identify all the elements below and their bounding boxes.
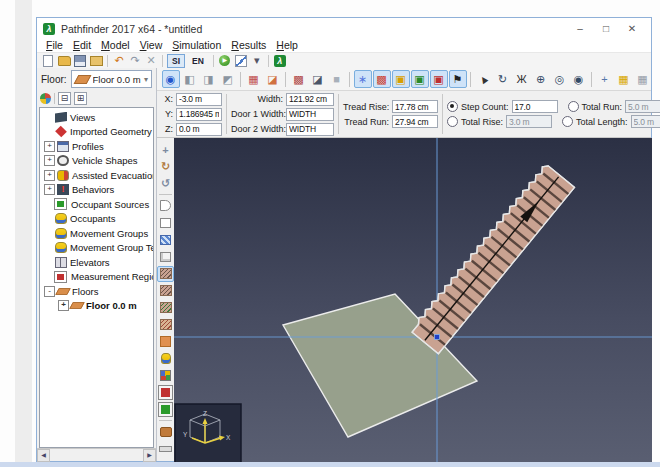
results-dropdown-icon[interactable]: ▾: [250, 54, 264, 67]
tread-rise-field[interactable]: [392, 100, 438, 113]
save-file-icon[interactable]: [73, 54, 87, 67]
expand-icon[interactable]: +: [44, 170, 55, 181]
grid-display-icon[interactable]: ▦: [634, 70, 652, 88]
show-flat-icon[interactable]: ■: [328, 70, 346, 88]
en-units-button[interactable]: EN: [187, 54, 209, 68]
solid-view-icon[interactable]: ◪: [264, 70, 282, 88]
ramp-tool-icon[interactable]: [157, 283, 174, 299]
minimize-button[interactable]: –: [567, 21, 593, 37]
sidebar-item-imported-geometry[interactable]: Imported Geometry: [40, 125, 153, 140]
delete-icon[interactable]: ✕: [144, 54, 158, 67]
total-run-field[interactable]: [625, 100, 660, 113]
horizontal-scrollbar[interactable]: ◀ ▶: [37, 448, 156, 461]
show-imported-geometry-icon[interactable]: ▩: [373, 70, 391, 88]
orientation-gizmo[interactable]: Z Y X: [175, 404, 241, 464]
menu-item-file[interactable]: File: [41, 39, 68, 52]
sidebar-item-assisted-evacuation-teams[interactable]: +Assisted Evacuation Teams: [40, 168, 153, 183]
menu-item-simulation[interactable]: Simulation: [167, 39, 226, 52]
ruler-tool-icon[interactable]: [157, 441, 174, 457]
origin-point[interactable]: [435, 335, 440, 340]
menu-item-help[interactable]: Help: [271, 39, 303, 52]
new-file-icon[interactable]: [41, 54, 55, 67]
step-count-field[interactable]: [512, 100, 558, 113]
translate-tool-icon[interactable]: +: [157, 142, 174, 158]
exit-tool-icon[interactable]: [157, 402, 174, 418]
rotate-tool-icon[interactable]: ↻: [157, 159, 174, 175]
menu-item-results[interactable]: Results: [226, 39, 271, 52]
menu-item-model[interactable]: Model: [96, 39, 135, 52]
step-count-radio[interactable]: [447, 101, 458, 112]
import-file-icon[interactable]: [89, 54, 103, 67]
door-tool-icon[interactable]: [157, 334, 174, 350]
sidebar-item-behaviors[interactable]: +!Behaviors: [40, 183, 153, 198]
sidebar-item-floor-0[interactable]: +Floor 0.0 m: [40, 299, 153, 314]
camera-tool-icon[interactable]: [157, 424, 174, 440]
snap-to-grid-icon[interactable]: +: [596, 70, 614, 88]
sidebar-item-profiles[interactable]: +Profiles: [40, 139, 153, 154]
zoom-tool-icon[interactable]: ◎: [551, 70, 569, 88]
moving-walkway-tool-icon[interactable]: [157, 317, 174, 333]
view-results-icon[interactable]: [234, 54, 248, 67]
scroll-left-icon[interactable]: ◀: [37, 449, 50, 462]
tread-run-field[interactable]: [392, 115, 438, 128]
title-bar[interactable]: λ Pathfinder 2017 x64 - *untitled – □ ✕: [37, 18, 651, 39]
show-navmesh-icon[interactable]: ∗: [354, 70, 372, 88]
total-rise-radio[interactable]: [447, 116, 458, 127]
view-top-icon[interactable]: ◩: [219, 70, 237, 88]
total-rise-field[interactable]: [506, 115, 552, 128]
sidebar-item-vehicle-shapes[interactable]: +Vehicle Shapes: [40, 154, 153, 169]
expand-icon[interactable]: +: [44, 155, 55, 166]
expand-icon[interactable]: +: [58, 300, 69, 311]
close-button[interactable]: ✕: [619, 21, 645, 37]
hide-geometry-icon[interactable]: ▩: [290, 70, 308, 88]
show-measurement-regions-icon[interactable]: ▣: [430, 70, 448, 88]
menu-item-view[interactable]: View: [135, 39, 168, 52]
add-occupant-tool-icon[interactable]: [157, 351, 174, 367]
zoom-box-tool-icon[interactable]: ◉: [570, 70, 588, 88]
measurement-region-tool-icon[interactable]: [157, 385, 174, 401]
occupant-settings-icon[interactable]: [40, 93, 51, 104]
show-solid-icon[interactable]: ◪: [309, 70, 327, 88]
total-run-radio[interactable]: [568, 101, 579, 112]
floor-dropdown[interactable]: Floor 0.0 m ▾: [71, 70, 152, 88]
rectangle-room-tool-icon[interactable]: [157, 215, 174, 231]
scroll-right-icon[interactable]: ▶: [143, 449, 156, 462]
wireframe-view-icon[interactable]: ▦: [245, 70, 263, 88]
expand-icon[interactable]: +: [44, 184, 55, 195]
stairs-tool-icon[interactable]: [157, 266, 174, 282]
sidebar-item-movement-groups[interactable]: Movement Groups: [40, 226, 153, 241]
view-front-icon[interactable]: ◧: [181, 70, 199, 88]
sidebar-item-measurement-regions[interactable]: Measurement Regions: [40, 270, 153, 285]
redo-icon[interactable]: ↷: [128, 54, 142, 67]
open-file-icon[interactable]: [57, 54, 71, 67]
polygon-room-tool-icon[interactable]: [157, 198, 174, 214]
escalator-tool-icon[interactable]: [157, 300, 174, 316]
sidebar-item-occupants[interactable]: Occupants: [40, 212, 153, 227]
total-length-radio[interactable]: [562, 116, 573, 127]
z-field[interactable]: [176, 123, 222, 136]
scene-canvas[interactable]: Z Y X: [174, 138, 652, 466]
sidebar-item-views[interactable]: Views: [40, 110, 153, 125]
undo-icon[interactable]: ↶: [112, 54, 126, 67]
navigate-tool-icon[interactable]: ◉: [162, 70, 180, 88]
orbit-tool-icon[interactable]: ↻: [494, 70, 512, 88]
show-sources-icon[interactable]: ▣: [411, 70, 429, 88]
y-field[interactable]: [176, 108, 222, 121]
show-occupants-icon[interactable]: ▣: [392, 70, 410, 88]
movement-group-tool-icon[interactable]: [157, 368, 174, 384]
door2-width-field[interactable]: [286, 123, 334, 136]
pan-tool-icon[interactable]: ⊕: [532, 70, 550, 88]
menu-item-edit[interactable]: Edit: [68, 39, 96, 52]
sidebar-item-occupant-sources[interactable]: Occupant Sources: [40, 197, 153, 212]
obstruction-tool-icon[interactable]: [157, 249, 174, 265]
door1-width-field[interactable]: [286, 108, 334, 121]
total-length-field[interactable]: [631, 115, 660, 128]
maximize-button[interactable]: □: [593, 21, 619, 37]
sidebar-item-movement-group-templates[interactable]: Movement Group Templates: [40, 241, 153, 256]
thin-room-tool-icon[interactable]: [157, 232, 174, 248]
collapse-all-icon[interactable]: ⊟: [58, 92, 71, 105]
run-simulation-icon[interactable]: ▶: [218, 54, 232, 67]
view-side-icon[interactable]: ◨: [200, 70, 218, 88]
grid-snap-icon[interactable]: ▦: [615, 70, 633, 88]
expand-all-icon[interactable]: ⊞: [74, 92, 87, 105]
